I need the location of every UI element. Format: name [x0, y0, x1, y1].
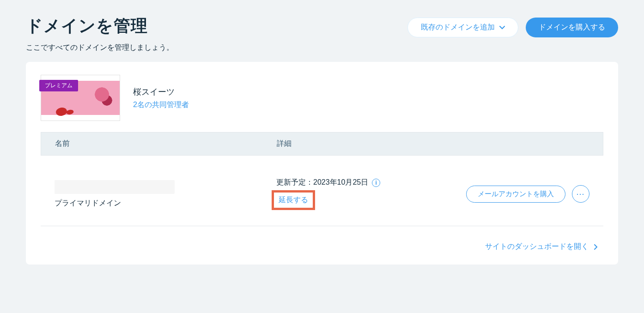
- site-card: プレミアム 桜スイーツ 2名の共同管理者 名前 詳細 プライマリドメイン 更新予…: [26, 62, 618, 265]
- domain-type-label: プライマリドメイン: [55, 199, 276, 208]
- buy-mail-account-label: メールアカウントを購入: [478, 190, 554, 198]
- buy-mail-account-button[interactable]: メールアカウントを購入: [466, 186, 565, 203]
- buy-domain-label: ドメインを購入する: [539, 23, 605, 32]
- site-name: 桜スイーツ: [133, 86, 189, 97]
- table-header: 名前 詳細: [41, 132, 603, 156]
- page-title: ドメインを管理: [26, 15, 174, 37]
- domain-name-redacted: [55, 180, 175, 194]
- col-header-name: 名前: [55, 139, 277, 149]
- coadmins-link[interactable]: 2名の共同管理者: [133, 100, 189, 110]
- info-icon[interactable]: i: [372, 179, 380, 187]
- table-row: プライマリドメイン 更新予定：2023年10月25日 i 延長する メールアカウ…: [41, 156, 603, 226]
- more-actions-button[interactable]: ⋯: [572, 185, 589, 203]
- open-dashboard-link[interactable]: サイトのダッシュボードを開く: [485, 242, 598, 252]
- add-existing-domain-label: 既存のドメインを追加: [421, 23, 495, 32]
- open-dashboard-label: サイトのダッシュボードを開く: [485, 242, 589, 252]
- chevron-down-icon: [499, 26, 505, 30]
- extend-link[interactable]: 延長する: [274, 193, 313, 208]
- chevron-right-icon: [594, 244, 598, 250]
- extend-highlight-box: 延長する: [272, 190, 315, 210]
- premium-badge: プレミアム: [39, 80, 78, 91]
- col-header-detail: 詳細: [277, 139, 432, 149]
- add-existing-domain-button[interactable]: 既存のドメインを追加: [407, 18, 518, 37]
- renewal-date-text: 更新予定：2023年10月25日: [276, 178, 368, 187]
- ellipsis-icon: ⋯: [576, 189, 585, 199]
- page-subtitle: ここですべてのドメインを管理しましょう。: [26, 43, 174, 53]
- buy-domain-button[interactable]: ドメインを購入する: [526, 18, 618, 37]
- site-thumbnail: プレミアム: [41, 75, 120, 121]
